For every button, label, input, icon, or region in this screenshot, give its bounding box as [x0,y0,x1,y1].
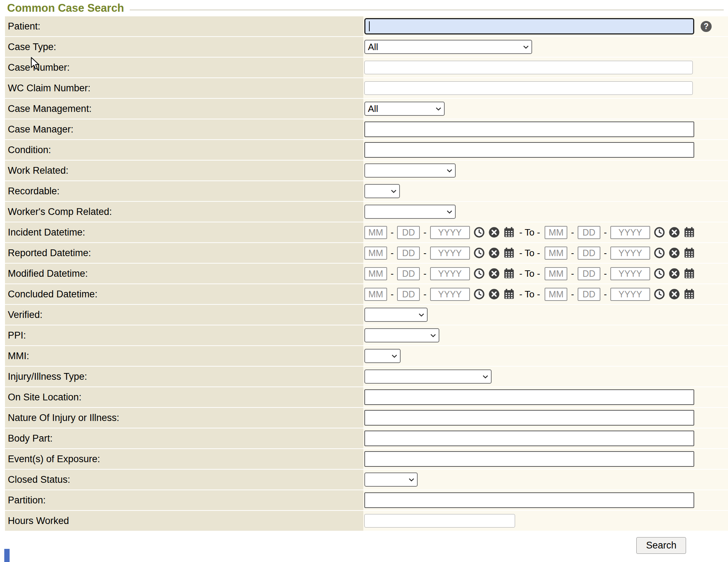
concluded-datetime-to-dd-input[interactable] [578,288,600,301]
case-number-input[interactable] [364,61,693,74]
recordable-select[interactable] [364,184,400,198]
incident-datetime-to-clock-icon[interactable] [654,227,665,238]
modified-datetime-from-yyyy-input[interactable] [430,267,470,280]
form-row-wc-claim-number: WC Claim Number: [5,78,728,99]
incident-datetime-to-dd-input[interactable] [578,226,600,239]
nature-of-injury-or-illness-input[interactable] [364,410,694,426]
date-separator: - [571,227,574,238]
modified-datetime-from-clear-icon[interactable] [488,268,500,279]
wc-claim-number-input[interactable] [364,81,693,95]
modified-datetime-to-yyyy-input[interactable] [610,267,650,280]
recordable-select-wrap [364,184,400,198]
incident-datetime-to-calendar-icon[interactable] [684,227,695,238]
reported-datetime-to-yyyy-input[interactable] [610,247,650,260]
incident-datetime-from-calendar-icon[interactable] [503,227,515,238]
work-related-select[interactable] [364,163,456,178]
concluded-datetime-from-mm-input[interactable] [364,288,387,301]
form-row-concluded-datetime: Concluded Datetime:--- To --- [5,284,728,305]
reported-datetime-from-mm-input[interactable] [364,247,387,260]
mmi-select[interactable] [364,349,401,363]
concluded-datetime-from-clock-icon[interactable] [473,288,485,300]
case-type-select[interactable]: All [364,40,532,54]
modified-datetime-from-mm-input[interactable] [364,267,387,280]
recordable-label: Recordable: [5,181,363,201]
reported-datetime-to-calendar-icon[interactable] [684,247,695,259]
partition-field [363,490,728,510]
incident-datetime-from-clear-icon[interactable] [488,227,500,238]
body-part-input[interactable] [364,431,694,446]
incident-datetime-to-mm-input[interactable] [545,226,567,239]
hours-worked-label: Hours Worked [5,511,363,531]
wc-claim-number-label: WC Claim Number: [5,78,363,98]
reported-datetime-to-clock-icon[interactable] [654,247,665,259]
modified-datetime-to-clock-icon[interactable] [654,268,665,279]
partition-input[interactable] [364,492,694,508]
injury-illness-type-select[interactable] [364,369,492,384]
concluded-datetime-to-clock-icon[interactable] [654,288,665,300]
reported-datetime-from-yyyy-input[interactable] [430,247,470,260]
verified-select[interactable] [364,308,428,322]
workers-comp-related-select[interactable] [364,205,456,219]
date-separator: - [604,289,607,299]
recordable-field [363,181,728,201]
modified-datetime-from-group: -- [364,267,515,280]
help-icon[interactable]: ? [701,21,712,32]
body-part-label: Body Part: [5,428,363,448]
date-separator: - [571,248,574,258]
reported-datetime-to-dd-input[interactable] [578,247,600,260]
incident-datetime-to-clear-icon[interactable] [669,227,680,238]
reported-datetime-from-dd-input[interactable] [397,247,420,260]
modified-datetime-to-clear-icon[interactable] [669,268,680,279]
on-site-location-input[interactable] [364,389,694,405]
case-management-select[interactable]: All [364,102,445,116]
incident-datetime-to-yyyy-input[interactable] [610,226,650,239]
ppi-select[interactable] [364,328,439,342]
closed-status-select[interactable] [364,472,418,487]
modified-datetime-from-dd-input[interactable] [397,267,420,280]
reported-datetime-to-clear-icon[interactable] [669,247,680,259]
reported-datetime-from-calendar-icon[interactable] [503,247,515,259]
case-management-label: Case Management: [5,99,363,119]
modified-datetime-to-calendar-icon[interactable] [684,268,695,279]
patient-field: ? [363,16,728,36]
incident-datetime-from-clock-icon[interactable] [473,227,485,238]
concluded-datetime-from-group: -- [364,288,515,301]
incident-datetime-from-mm-input[interactable] [364,226,387,239]
modified-datetime-to-mm-input[interactable] [545,267,567,280]
injury-illness-type-select-wrap [364,369,492,384]
reported-datetime-to-mm-input[interactable] [545,247,567,260]
search-button[interactable]: Search [636,537,686,554]
incident-datetime-from-group: -- [364,226,515,239]
form-row-injury-illness-type: Injury/Illness Type: [5,367,728,387]
hours-worked-input[interactable] [364,514,515,528]
reported-datetime-from-clear-icon[interactable] [488,247,500,259]
modified-datetime-from-calendar-icon[interactable] [503,268,515,279]
modified-datetime-to-dd-input[interactable] [578,267,600,280]
incident-datetime-from-dd-input[interactable] [397,226,420,239]
concluded-datetime-to-mm-input[interactable] [545,288,567,301]
patient-input[interactable] [364,18,694,34]
case-manager-input[interactable] [364,121,694,137]
concluded-datetime-to-calendar-icon[interactable] [684,288,695,300]
concluded-datetime-from-yyyy-input[interactable] [430,288,470,301]
date-separator: - [391,289,394,299]
condition-input[interactable] [364,142,694,158]
incident-datetime-to-group: -- [545,226,695,239]
incident-datetime-to-label: - To - [519,227,540,238]
concluded-datetime-field: --- To --- [363,284,728,304]
reported-datetime-from-clock-icon[interactable] [473,247,485,259]
date-separator: - [604,227,607,238]
concluded-datetime-from-calendar-icon[interactable] [503,288,515,300]
incident-datetime-from-yyyy-input[interactable] [430,226,470,239]
closed-status-select-wrap [364,472,418,487]
date-separator: - [571,269,574,279]
concluded-datetime-from-dd-input[interactable] [397,288,420,301]
concluded-datetime-to-clear-icon[interactable] [669,288,680,300]
case-manager-label: Case Manager: [5,119,363,139]
modified-datetime-from-clock-icon[interactable] [473,268,485,279]
concluded-datetime-from-clear-icon[interactable] [488,288,500,300]
date-separator: - [604,248,607,258]
events-of-exposure-input[interactable] [364,451,694,467]
concluded-datetime-to-yyyy-input[interactable] [610,288,650,301]
verified-label: Verified: [5,305,363,325]
